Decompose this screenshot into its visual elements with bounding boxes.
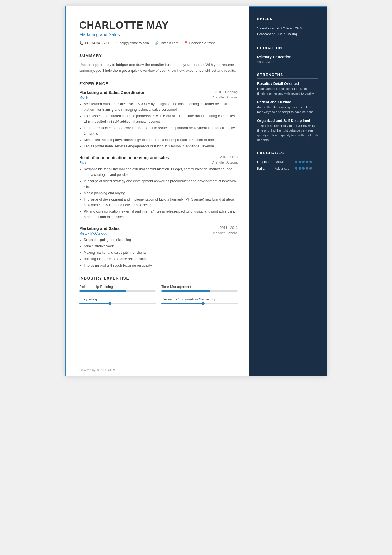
progress-fill-0 xyxy=(79,290,125,292)
exp-subrow-1: Monk Chandler, Arizona xyxy=(79,95,238,100)
bullet-3-3: Making market and sales pitch for client… xyxy=(84,250,238,255)
phone-value: +1-914-345-5530 xyxy=(85,41,110,45)
website-contact: 🔗 linkedin.com xyxy=(155,41,178,45)
industry-expertise-title: INDUSTRY EXPERTISE xyxy=(79,276,238,282)
lang-dot-1-1 xyxy=(295,167,297,170)
bullet-1-4: Diversified the company's technology off… xyxy=(84,137,238,143)
bullet-3-1: Dress designing and sketching xyxy=(84,237,238,243)
summary-title: SUMMARY xyxy=(79,53,238,60)
bullet-3-2: Administrative work xyxy=(84,243,238,249)
bullet-1-2: Established and curated strategic partne… xyxy=(84,113,238,124)
lang-row-0: English Native xyxy=(257,160,318,164)
phone-contact: 📞 +1-914-345-5530 xyxy=(79,41,110,45)
exp-location-3: Chandler, Arizona xyxy=(211,231,238,235)
expertise-item-2: Storytelling xyxy=(79,297,156,304)
progress-dot-2 xyxy=(108,302,111,305)
contact-info: 📞 +1-914-345-5530 ✉ help@enhancv.com 🔗 l… xyxy=(79,41,238,45)
progress-track-2 xyxy=(79,303,156,304)
header-section: CHARLOTTE MAY Marketing and Sales 📞 +1-9… xyxy=(79,19,238,45)
location-value: Chandler, Arizona xyxy=(189,41,215,45)
expertise-label-1: Time Management xyxy=(161,285,238,289)
progress-track-1 xyxy=(161,290,238,292)
exp-dates-3: 2011 - 2013 xyxy=(220,226,238,230)
bullet-1-3: Led re-architect effort of a core SaaS p… xyxy=(84,125,238,136)
strength-name-0: Results / Detail Oriented xyxy=(257,82,318,86)
expertise-item-1: Time Management xyxy=(161,285,238,292)
lang-dot-1-4 xyxy=(306,167,308,170)
exp-job-title-1: Marketing and Sales Coordinator xyxy=(79,90,145,95)
exp-entry-2: Head of communication, marketing and sal… xyxy=(79,155,238,220)
education-degree: Primary Education xyxy=(257,55,318,59)
exp-company-3: Metz - McCullough xyxy=(79,231,109,235)
lang-dot-0-5 xyxy=(309,161,312,163)
exp-company-2: Flux xyxy=(79,161,86,165)
progress-fill-2 xyxy=(79,303,110,304)
expertise-label-2: Storytelling xyxy=(79,297,156,301)
exp-header-2: Head of communication, marketing and sal… xyxy=(79,155,238,160)
lang-level-0: Native xyxy=(275,160,293,164)
expertise-item-0: Relationship Building xyxy=(79,285,156,292)
strength-name-1: Patient and Flexible xyxy=(257,100,318,104)
strength-desc-2: Take full responsibility to deliver my w… xyxy=(257,124,318,143)
bullet-3-4: Building long-term profitable relationsh… xyxy=(84,256,238,262)
progress-fill-1 xyxy=(161,290,209,292)
exp-job-title-3: Marketing and Sales xyxy=(79,226,120,231)
progress-dot-3 xyxy=(202,302,205,305)
location-icon: 📍 xyxy=(184,41,188,45)
enhancv-logo: ∪♡ Enhancv xyxy=(97,368,115,372)
industry-expertise-section: INDUSTRY EXPERTISE Relationship Building… xyxy=(79,276,238,305)
lang-dot-1-5 xyxy=(309,167,312,170)
bullet-2-2: In charge of digital strategy and develo… xyxy=(84,178,238,189)
progress-dot-0 xyxy=(124,290,126,292)
languages-title: LANGUAGES xyxy=(257,151,318,157)
strength-item-0: Results / Detail Oriented Dedicated to c… xyxy=(257,82,318,96)
bullet-2-4: In charge of development and implementat… xyxy=(84,197,238,208)
skills-text-1: Salesforce · MS Office · CRM · xyxy=(257,26,318,31)
exp-header-3: Marketing and Sales 2011 - 2013 xyxy=(79,226,238,231)
progress-fill-3 xyxy=(161,303,203,304)
progress-dot-1 xyxy=(207,290,210,292)
lang-dot-0-3 xyxy=(302,161,305,163)
expertise-label-0: Relationship Building xyxy=(79,285,156,289)
exp-location-1: Chandler, Arizona xyxy=(211,95,238,100)
email-value: help@enhancv.com xyxy=(120,41,149,45)
strength-item-1: Patient and Flexible Aware that the lear… xyxy=(257,100,318,115)
lang-dot-0-2 xyxy=(299,161,301,163)
education-dates: 2007 - 2011 xyxy=(257,60,318,64)
lang-name-1: Italian xyxy=(257,167,272,171)
lang-dot-1-3 xyxy=(302,167,305,170)
candidate-name: CHARLOTTE MAY xyxy=(79,19,238,31)
bullet-2-1: Responsible for all internal and externa… xyxy=(84,166,238,177)
experience-title: EXPERIENCE xyxy=(79,82,238,88)
candidate-title: Marketing and Sales xyxy=(79,32,238,37)
progress-track-3 xyxy=(161,303,238,304)
exp-subrow-3: Metz - McCullough Chandler, Arizona xyxy=(79,231,238,235)
strength-desc-0: Dedicated to completion of tasks in a ti… xyxy=(257,87,318,96)
left-accent xyxy=(65,6,66,376)
lang-dot-0-1 xyxy=(295,161,297,163)
lang-dot-1-2 xyxy=(299,167,301,170)
phone-icon: 📞 xyxy=(79,41,83,45)
resume-container: CHARLOTTE MAY Marketing and Sales 📞 +1-9… xyxy=(65,6,327,376)
bullet-1-5: Led all professional services engagement… xyxy=(84,144,238,149)
lang-dots-1 xyxy=(295,167,312,170)
skills-title: SKILLS xyxy=(257,17,318,23)
lang-name-0: English xyxy=(257,160,272,164)
lang-row-1: Italian Advanced xyxy=(257,167,318,171)
email-icon: ✉ xyxy=(116,41,118,45)
exp-job-title-2: Head of communication, marketing and sal… xyxy=(79,155,169,160)
summary-section: SUMMARY Use this opportunity to intrigue… xyxy=(79,53,238,74)
expertise-grid: Relationship Building Time Management St… xyxy=(79,285,238,305)
website-value: linkedin.com xyxy=(160,41,178,45)
strength-desc-1: Aware that the learning curve is differe… xyxy=(257,105,318,115)
bullet-1-1: Accelerated outbound sales cycle by 330%… xyxy=(84,101,238,112)
exp-dates-1: 2018 - Ongoing xyxy=(215,90,238,94)
languages-section: LANGUAGES English Native Italian Advance… xyxy=(257,151,318,171)
expertise-item-3: Research / Information Gathering. xyxy=(161,297,238,304)
strength-name-2: Organized and Self Disciplined xyxy=(257,119,318,123)
bullet-3-5: Improving profits through focusing on qu… xyxy=(84,263,238,268)
bullet-2-5: PR and communication (external and inter… xyxy=(84,209,238,220)
education-title: EDUCATION xyxy=(257,46,318,52)
left-column: CHARLOTTE MAY Marketing and Sales 📞 +1-9… xyxy=(65,6,249,376)
powered-by-label: Powered by xyxy=(79,368,95,372)
